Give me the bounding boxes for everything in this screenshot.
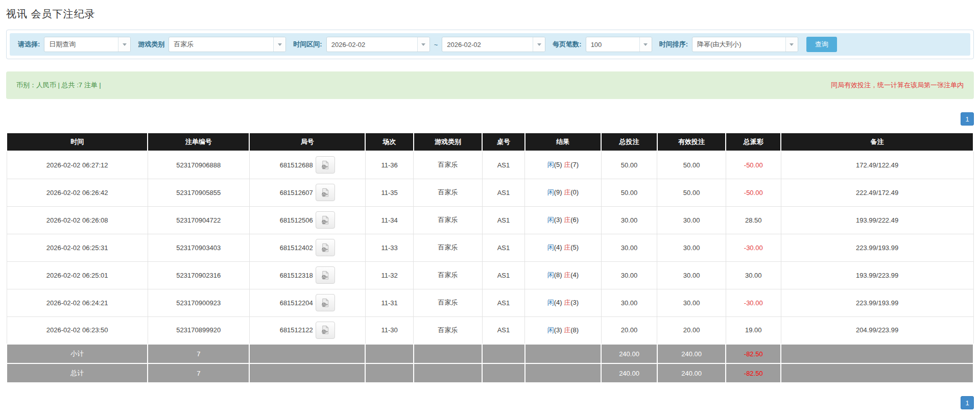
page-title: 视讯 会员下注纪录 bbox=[6, 7, 974, 21]
page-button-1[interactable]: 1 bbox=[961, 112, 974, 126]
result-banker-label: 庄 bbox=[564, 216, 570, 224]
game-type-label: 游戏类别 bbox=[138, 40, 164, 49]
cell-result: 闲(3) 庄(6) bbox=[525, 206, 602, 234]
cell-bet-no: 523170902316 bbox=[148, 261, 249, 289]
subtotal-payout: -82.50 bbox=[726, 344, 781, 363]
cell-game-type: 百家乐 bbox=[414, 234, 482, 261]
video-replay-button[interactable] bbox=[316, 184, 335, 201]
payout-value: 19.00 bbox=[726, 316, 781, 344]
cell-bet-no: 523170904722 bbox=[148, 206, 249, 234]
result-player-label: 闲 bbox=[547, 271, 554, 279]
result-player-label: 闲 bbox=[547, 216, 554, 224]
video-replay-button[interactable] bbox=[316, 156, 335, 174]
select-type-dropdown[interactable]: 日期查询 bbox=[44, 37, 131, 52]
film-icon bbox=[320, 325, 330, 335]
result-banker-label: 庄 bbox=[564, 161, 570, 168]
per-page-dropdown[interactable]: 100 bbox=[586, 37, 652, 52]
cell-table-no: AS1 bbox=[482, 234, 524, 261]
cell-note: 223.99/193.99 bbox=[781, 289, 973, 316]
cell-valid-bet: 30.00 bbox=[657, 261, 726, 289]
cell-valid-bet: 30.00 bbox=[657, 289, 726, 316]
cell-round-no: 681512318 bbox=[249, 261, 365, 289]
table-row: 2026-02-02 06:24:21 523170900923 6815122… bbox=[7, 289, 973, 316]
round-number: 681512402 bbox=[280, 244, 313, 252]
header-game-type: 游戏类别 bbox=[414, 133, 482, 151]
total-valid-bet: 240.00 bbox=[657, 363, 726, 383]
video-replay-button[interactable] bbox=[316, 266, 335, 284]
result-banker-score: (8) bbox=[570, 326, 579, 334]
cell-round-no: 681512607 bbox=[249, 179, 365, 206]
chevron-down-icon bbox=[533, 37, 545, 52]
select-type-value: 日期查询 bbox=[44, 37, 118, 52]
date-to-picker[interactable]: 2026-02-02 bbox=[442, 37, 545, 52]
cell-game-type: 百家乐 bbox=[414, 179, 482, 206]
result-player-score: (9) bbox=[554, 188, 562, 196]
result-banker-score: (3) bbox=[570, 299, 579, 306]
video-replay-button[interactable] bbox=[316, 239, 335, 256]
cell-bet-no: 523170905855 bbox=[148, 179, 249, 206]
table-row: 2026-02-02 06:27:12 523170906888 6815126… bbox=[7, 151, 973, 179]
pagination-bottom: 1 bbox=[6, 396, 974, 409]
round-number: 681512122 bbox=[280, 326, 313, 334]
pagination-top: 1 bbox=[6, 112, 974, 126]
cell-valid-bet: 30.00 bbox=[657, 206, 726, 234]
page: 视讯 会员下注纪录 请选择: 日期查询 游戏类别 百家乐 时间区间: 2026-… bbox=[0, 0, 980, 409]
header-table-no: 桌号 bbox=[482, 133, 524, 151]
valid-bet-notice: 同局有效投注，统一计算在该局第一张注单内 bbox=[831, 81, 964, 90]
payout-value: -50.00 bbox=[726, 179, 781, 206]
cell-total-bet: 30.00 bbox=[601, 234, 657, 261]
chevron-down-icon bbox=[785, 37, 798, 52]
table-header: 时间 注单编号 局号 场次 游戏类别 桌号 结果 总投注 有效投注 总派彩 备注 bbox=[7, 133, 973, 151]
cell-game-type: 百家乐 bbox=[414, 151, 482, 179]
cell-game-type: 百家乐 bbox=[414, 261, 482, 289]
cell-total-bet: 30.00 bbox=[601, 289, 657, 316]
subtotal-valid-bet: 240.00 bbox=[657, 344, 726, 363]
cell-time: 2026-02-02 06:24:21 bbox=[7, 289, 148, 316]
cell-total-bet: 30.00 bbox=[601, 261, 657, 289]
select-type-label: 请选择: bbox=[18, 40, 40, 49]
cell-round-no: 681512506 bbox=[249, 206, 365, 234]
currency-total-text: 币别：人民币 | 总共 :7 注单 | bbox=[16, 81, 101, 90]
cell-result: 闲(5) 庄(7) bbox=[525, 151, 602, 179]
result-player-score: (4) bbox=[554, 299, 562, 306]
film-icon bbox=[320, 188, 330, 198]
header-bet-no: 注单编号 bbox=[148, 133, 249, 151]
video-replay-button[interactable] bbox=[316, 294, 335, 311]
payout-value: 30.00 bbox=[726, 261, 781, 289]
result-banker-label: 庄 bbox=[564, 271, 570, 279]
result-player-score: (3) bbox=[554, 216, 562, 224]
result-player-label: 闲 bbox=[547, 188, 554, 196]
page-button-1[interactable]: 1 bbox=[961, 396, 974, 409]
cell-round-no: 681512688 bbox=[249, 151, 365, 179]
cell-time: 2026-02-02 06:25:31 bbox=[7, 234, 148, 261]
cell-time: 2026-02-02 06:26:08 bbox=[7, 206, 148, 234]
table-row: 2026-02-02 06:26:42 523170905855 6815126… bbox=[7, 179, 973, 206]
cell-valid-bet: 50.00 bbox=[657, 151, 726, 179]
chevron-down-icon bbox=[118, 37, 130, 52]
cell-result: 闲(4) 庄(3) bbox=[525, 289, 602, 316]
chevron-down-icon bbox=[273, 37, 285, 52]
cell-table-no: AS1 bbox=[482, 316, 524, 344]
result-player-label: 闲 bbox=[547, 326, 554, 334]
per-page-label: 每页笔数: bbox=[553, 40, 581, 49]
video-replay-button[interactable] bbox=[316, 211, 335, 229]
result-banker-label: 庄 bbox=[564, 326, 570, 334]
time-sort-dropdown[interactable]: 降幂(由大到小) bbox=[692, 37, 798, 52]
film-icon bbox=[320, 298, 330, 308]
cell-note: 204.99/223.99 bbox=[781, 316, 973, 344]
game-type-dropdown[interactable]: 百家乐 bbox=[169, 37, 286, 52]
table-row: 2026-02-02 06:23:50 523170899920 6815121… bbox=[7, 316, 973, 344]
time-sort-label: 时间排序: bbox=[659, 40, 688, 49]
cell-result: 闲(4) 庄(5) bbox=[525, 234, 602, 261]
cell-table-no: AS1 bbox=[482, 179, 524, 206]
video-replay-button[interactable] bbox=[316, 322, 335, 339]
round-number: 681512607 bbox=[280, 189, 313, 197]
payout-value: -30.00 bbox=[726, 289, 781, 316]
query-button[interactable]: 查询 bbox=[806, 37, 837, 52]
total-count: 7 bbox=[148, 363, 249, 383]
date-from-picker[interactable]: 2026-02-02 bbox=[326, 37, 430, 52]
cell-session: 11-30 bbox=[365, 316, 414, 344]
cell-game-type: 百家乐 bbox=[414, 289, 482, 316]
payout-value: -30.00 bbox=[726, 234, 781, 261]
result-player-score: (5) bbox=[554, 161, 562, 168]
